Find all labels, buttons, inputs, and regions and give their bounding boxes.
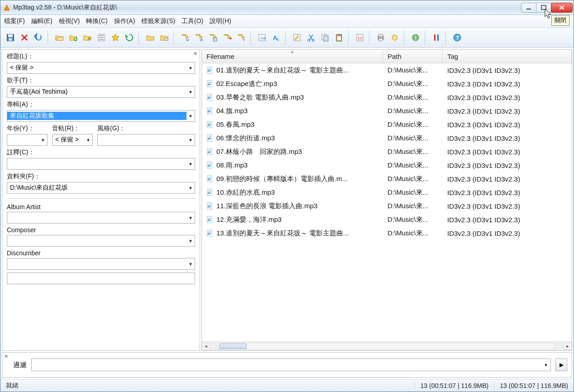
tag-copy-icon[interactable] [207,31,220,44]
extra-input[interactable] [7,272,195,284]
actions-quick-icon[interactable]: Aa [256,31,268,44]
table-row[interactable]: 11.深藍色的長浪 電影插入曲.mp3D:\Music\來...ID3v2.3 … [202,199,572,213]
folder-open-icon[interactable] [53,31,66,44]
tag-export-icon[interactable] [221,31,234,44]
table-row[interactable]: 06.懷念的街道.mp3D:\Music\來...ID3v2.3 (ID3v1 … [202,131,572,145]
table-row[interactable]: 02.Escape逃亡.mp3D:\Music\來...ID3v2.3 (ID3… [202,77,572,91]
folder-yellow-icon[interactable] [144,31,157,44]
scroll-track[interactable] [218,343,555,350]
table-row[interactable]: 09.初戀的時候（專輯版本）電影插入曲.m...D:\Music\來...ID3… [202,172,572,186]
settings-icon[interactable] [388,31,401,44]
table-row[interactable]: 08.雨.mp3D:\Music\來...ID3v2.3 (ID3v1 ID3v… [202,158,572,172]
maximize-button[interactable] [536,3,551,13]
year-label: 年份(Y)： [7,124,48,133]
chevron-down-icon[interactable]: ▼ [39,138,47,143]
horizontal-scrollbar[interactable]: ◄ ► [202,341,572,350]
chevron-down-icon[interactable]: ▼ [84,138,92,143]
album-input[interactable]: 來自紅花坂歌集▼ [7,110,195,122]
titlebar[interactable]: Mp3tag v2.58 - D:\Music\來自紅花坂\ [0,0,574,15]
table-row[interactable]: 10.赤紅的水底.mp3D:\Music\來...ID3v2.3 (ID3v1 … [202,186,572,199]
folder-add-icon[interactable] [67,31,80,44]
menu-help[interactable]: 說明(H) [210,17,231,25]
chevron-down-icon[interactable]: ▼ [187,215,195,220]
status-ready: 就緒 [0,382,24,390]
album-artist-input[interactable]: ▼ [7,212,195,224]
tools-icon[interactable] [430,31,443,44]
title-input[interactable]: < 保留 >▼ [7,62,195,74]
folder-input[interactable]: D:\Music\來自紅花坂▼ [7,182,195,194]
list-body[interactable]: 01.道別的夏天～來自紅花坂～ 電影主題曲...D:\Music\來...ID3… [202,63,572,341]
table-row[interactable]: 03.早餐之歌 電影插入曲.mp3D:\Music\來...ID3v2.3 (I… [202,91,572,104]
cell-path: D:\Music\來... [383,215,443,224]
table-row[interactable]: 04.旗.mp3D:\Music\來...ID3v2.3 (ID3v1 ID3v… [202,104,572,118]
cell-filename: 03.早餐之歌 電影插入曲.mp3 [202,93,383,102]
cell-path: D:\Music\來... [383,80,443,88]
menu-tagsources[interactable]: 標籤來源(S) [141,17,175,25]
scroll-left-icon[interactable]: ◄ [202,343,210,350]
folder-up-icon[interactable] [81,31,94,44]
save-icon[interactable] [4,31,17,44]
app-window: Mp3tag v2.58 - D:\Music\來自紅花坂\ 關閉 檔案(F) … [0,0,574,392]
filter-go-button[interactable]: ▶ [555,359,567,371]
playlist-icon[interactable] [95,31,108,44]
menu-tools[interactable]: 工具(O) [182,17,203,25]
copy-icon[interactable] [319,31,331,44]
comment-label: 註釋(C)： [7,148,195,157]
comment-input[interactable]: ▼ [7,158,195,170]
composer-input[interactable]: ▼ [7,235,195,247]
chevron-down-icon[interactable]: ▼ [187,239,195,244]
chevron-down-icon[interactable]: ▼ [187,138,195,143]
chevron-down-icon[interactable]: ▼ [187,262,195,267]
favorite-icon[interactable] [109,31,122,44]
paste-icon[interactable] [333,31,345,44]
column-tag[interactable]: Tag [443,50,572,63]
chevron-down-icon[interactable]: ▼ [187,90,195,95]
chevron-down-icon[interactable]: ▼ [187,66,195,71]
menu-view[interactable]: 檢視(V) [59,17,80,25]
svg-text:a: a [277,37,279,42]
menu-file[interactable]: 檔案(F) [4,17,25,25]
autonumber-icon[interactable]: 12 [354,31,366,44]
folder-config-icon[interactable] [158,31,171,44]
web-icon[interactable] [409,31,422,44]
minimize-button[interactable] [521,3,536,13]
artist-input[interactable]: 手嶌葵(Aoi Teshima)▼ [7,86,195,98]
help-icon[interactable]: ? [451,31,464,44]
tag-text-icon[interactable]: T [235,31,248,44]
track-input[interactable]: < 保留 >▼ [52,134,93,146]
table-row[interactable]: 13.道別的夏天～來自紅花坂～ 電影主題曲...D:\Music\來...ID3… [202,226,572,240]
discnumber-input[interactable]: ▼ [7,258,195,270]
delete-icon[interactable] [18,31,31,44]
panel-close-icon[interactable]: ✕ [191,51,199,57]
menu-edit[interactable]: 編輯(E) [31,17,53,25]
menu-actions[interactable]: 操作(A) [114,17,135,25]
column-path[interactable]: Path [383,50,443,63]
status-total: 13 (00:51:07 | 116.9MB) [494,382,574,389]
cut-icon[interactable] [305,31,317,44]
undo-icon[interactable] [32,31,45,44]
year-input[interactable]: ▼ [7,134,48,146]
close-button[interactable] [551,3,573,13]
menu-convert[interactable]: 轉換(C) [86,17,107,25]
edit-icon[interactable] [291,31,303,44]
cell-filename: 12.充滿愛，海洋.mp3 [202,215,383,224]
tag-to-file-icon[interactable] [179,31,191,44]
chevron-down-icon[interactable]: ▼ [541,363,550,368]
table-row[interactable]: 07.林蔭小路 回家的路.mp3D:\Music\來...ID3v2.3 (ID… [202,145,572,158]
scroll-right-icon[interactable]: ► [564,343,572,350]
chevron-down-icon[interactable]: ▼ [187,186,195,191]
actions-menu-icon[interactable]: Aa [270,31,282,44]
print-icon[interactable] [374,31,387,44]
chevron-down-icon[interactable]: ▼ [187,114,195,119]
table-row[interactable]: 01.道別的夏天～來自紅花坂～ 電影主題曲...D:\Music\來...ID3… [202,63,572,77]
filter-input[interactable]: ▼ [31,359,551,371]
table-row[interactable]: 05.春風.mp3D:\Music\來...ID3v2.3 (ID3v1 ID3… [202,118,572,131]
genre-input[interactable]: ▼ [97,134,195,146]
scroll-thumb[interactable] [220,344,247,349]
refresh-icon[interactable] [123,31,136,44]
column-filename[interactable]: ▲Filename [202,50,383,63]
file-to-tag-icon[interactable] [193,31,206,44]
filter-close-icon[interactable]: ✕ [4,354,8,359]
chevron-down-icon[interactable]: ▼ [187,162,195,167]
table-row[interactable]: 12.充滿愛，海洋.mp3D:\Music\來...ID3v2.3 (ID3v1… [202,213,572,226]
